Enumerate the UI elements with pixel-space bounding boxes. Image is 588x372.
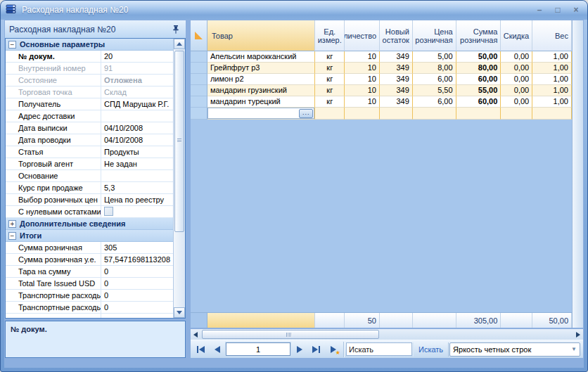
cell-sum[interactable]: 60,00: [456, 96, 501, 108]
property-value[interactable]: 0: [101, 302, 173, 313]
collapse-icon[interactable]: −: [8, 232, 16, 240]
group-totals[interactable]: − Итоги: [6, 230, 173, 242]
property-row[interactable]: Total Tare Issued USD 0: [6, 278, 173, 290]
nav-new-record-button[interactable]: ★: [325, 342, 341, 357]
app-icon[interactable]: [6, 4, 18, 15]
property-row[interactable]: Дата проводки 04/10/2008: [6, 134, 173, 146]
column-header-discount[interactable]: Скидка: [501, 20, 532, 51]
property-value[interactable]: 04/10/2008: [101, 122, 173, 134]
cell-price[interactable]: 5,00: [413, 51, 456, 63]
maximize-button[interactable]: □: [552, 4, 563, 15]
row-indicator[interactable]: [191, 96, 207, 108]
cell-sum[interactable]: 50,00: [456, 51, 501, 63]
cell-price[interactable]: 6,00: [413, 74, 456, 85]
property-value[interactable]: Продукты: [101, 146, 173, 158]
cell-weight[interactable]: 1,00: [532, 63, 572, 74]
view-mode-select[interactable]: Яркость четных строк ▼: [449, 342, 580, 357]
cell-qty[interactable]: 10: [345, 63, 380, 74]
pin-icon[interactable]: [170, 24, 181, 35]
row-indicator[interactable]: [191, 63, 207, 74]
search-button[interactable]: Искать: [413, 342, 449, 357]
property-row[interactable]: Получатель СПД Марущак Р.Г.: [6, 98, 173, 110]
property-value[interactable]: [101, 110, 173, 122]
property-row[interactable]: № докум. 20: [6, 51, 173, 63]
chevron-down-icon[interactable]: ▼: [568, 346, 580, 352]
property-row[interactable]: Дата выписки 04/10/2008: [6, 122, 173, 134]
property-value[interactable]: 5,3: [101, 182, 173, 193]
cell-unit[interactable]: кг: [315, 96, 345, 108]
cell-sum[interactable]: 60,00: [456, 74, 501, 85]
cell-product[interactable]: лимон р2: [207, 74, 315, 85]
property-row[interactable]: С нулевыми остатками: [6, 206, 173, 218]
cell-price[interactable]: 8,00: [413, 63, 456, 74]
page-number-input[interactable]: [226, 342, 290, 356]
property-value[interactable]: Цена по реестру: [101, 194, 173, 205]
minimize-button[interactable]: –: [534, 4, 545, 15]
zero-balance-checkbox[interactable]: [104, 207, 113, 216]
property-row[interactable]: Внутренний номер 91: [6, 63, 173, 75]
cell-qty[interactable]: 10: [345, 74, 380, 85]
cell-weight[interactable]: 1,00: [532, 74, 572, 85]
cell-weight[interactable]: 1,00: [532, 85, 572, 96]
cell-stock[interactable]: 349: [380, 74, 413, 85]
product-lookup-input[interactable]: ...: [207, 108, 314, 119]
nav-last-button[interactable]: [308, 342, 324, 357]
property-value[interactable]: 0: [101, 266, 173, 277]
cell-unit[interactable]: кг: [315, 74, 345, 85]
scroll-down-icon[interactable]: [174, 307, 185, 318]
cell-price[interactable]: 6,00: [413, 96, 456, 108]
property-row[interactable]: Торговый агент Не задан: [6, 158, 173, 170]
scroll-up-icon[interactable]: [174, 39, 185, 49]
property-row[interactable]: Тара на сумму 0: [6, 266, 173, 278]
cell-unit[interactable]: кг: [315, 85, 345, 96]
nav-first-button[interactable]: [192, 342, 208, 357]
group-main-params[interactable]: − Основные параметры: [6, 39, 173, 51]
column-header-sum[interactable]: Сумма розничная: [456, 20, 501, 51]
property-value[interactable]: СПД Марущак Р.Г.: [101, 98, 173, 110]
nav-next-button[interactable]: [291, 342, 307, 357]
property-row[interactable]: Курс при продаже 5,3: [6, 182, 173, 194]
property-row[interactable]: Адрес доставки: [6, 110, 173, 122]
expand-icon[interactable]: +: [8, 220, 16, 228]
cell-product[interactable]: Апельсин марокканский: [207, 51, 315, 63]
lookup-ellipsis-button[interactable]: ...: [299, 109, 313, 118]
row-indicator[interactable]: [191, 74, 207, 85]
cell-weight[interactable]: 1,00: [532, 96, 572, 108]
property-row[interactable]: Состояние Отложена: [6, 75, 173, 86]
cell-stock[interactable]: 349: [380, 85, 413, 96]
row-indicator[interactable]: [191, 51, 207, 63]
property-value[interactable]: 57,5471698113208: [101, 254, 173, 265]
column-header-qty[interactable]: Количество: [345, 20, 380, 51]
scrollbar-thumb[interactable]: [174, 51, 184, 232]
property-value[interactable]: 0: [101, 278, 173, 289]
property-row[interactable]: Сумма розничная у.е. 57,5471698113208: [6, 254, 173, 266]
row-indicator[interactable]: [191, 108, 207, 120]
cell-unit[interactable]: кг: [315, 63, 345, 74]
search-input[interactable]: [346, 342, 412, 356]
column-header-price[interactable]: Цена розничная: [413, 20, 456, 51]
cell-discount[interactable]: 0,00: [501, 85, 532, 96]
vertical-scrollbar[interactable]: [572, 20, 583, 328]
cell-stock[interactable]: 349: [380, 51, 413, 63]
column-header-product[interactable]: Товар: [207, 20, 315, 51]
scroll-left-icon[interactable]: [191, 332, 200, 338]
property-value[interactable]: 305: [101, 242, 173, 253]
cell-stock[interactable]: 349: [380, 96, 413, 108]
cell-qty[interactable]: 10: [345, 51, 380, 63]
group-additional-info[interactable]: + Дополнительные сведения: [6, 218, 173, 230]
cell-discount[interactable]: 0,00: [501, 74, 532, 85]
property-row[interactable]: Статья Продукты: [6, 146, 173, 158]
property-value[interactable]: [101, 170, 173, 181]
close-button[interactable]: ×: [570, 4, 582, 15]
cell-product[interactable]: Грейпфрут р3: [207, 63, 315, 74]
column-header-stock[interactable]: Новый остаток: [380, 20, 413, 51]
scroll-right-icon[interactable]: [573, 332, 583, 338]
property-grid-scrollbar[interactable]: [173, 39, 185, 318]
property-row[interactable]: Сумма розничная 305: [6, 242, 173, 254]
property-row[interactable]: Выбор розничных цен Цена по реестру: [6, 194, 173, 206]
cell-sum[interactable]: 80,00: [456, 63, 501, 74]
scrollbar-track[interactable]: [200, 330, 573, 339]
cell-discount[interactable]: 0,00: [501, 63, 532, 74]
cell-qty[interactable]: 10: [345, 96, 380, 108]
column-header-weight[interactable]: Вес: [532, 20, 572, 51]
